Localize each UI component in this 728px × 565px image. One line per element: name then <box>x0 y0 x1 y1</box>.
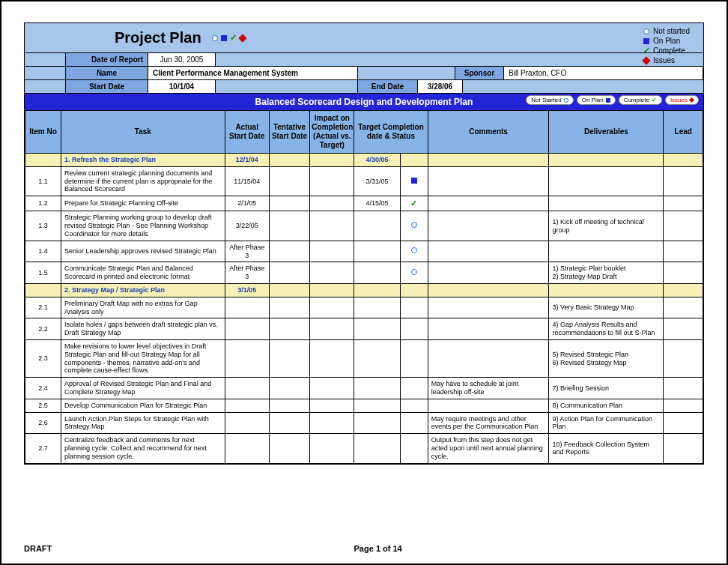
start-label: Start Date <box>66 80 148 93</box>
sponsor-label: Sponsor <box>455 67 504 79</box>
col-item: Item No <box>25 111 61 154</box>
cell-ads: After Phase 3 <box>225 262 269 284</box>
cell-comments: Output from this step does not get acted… <box>428 434 549 463</box>
project-plan-page: Project Plan ✓ Not started On Plan ✓Comp… <box>24 22 704 465</box>
on-plan-icon <box>643 38 649 44</box>
name-label: Name <box>66 67 148 79</box>
cell-impact <box>310 211 354 241</box>
cell-ads: 3/22/05 <box>225 211 269 241</box>
col-deliv: Deliverables <box>549 111 664 154</box>
cell-itemno: 2.7 <box>25 434 61 463</box>
cell-itemno: 2.1 <box>25 297 61 318</box>
cell-lead <box>664 166 703 196</box>
cell-tsd <box>269 412 310 434</box>
table-row: 2.6Launch Action Plan Steps for Strategi… <box>25 412 703 434</box>
cell-lead <box>664 434 703 463</box>
cell-task: Prepare for Strategic Planning Off-site <box>61 196 225 211</box>
pill-issues[interactable]: Issues <box>665 95 699 105</box>
section-name: 2. Strategy Map / Strategic Plan <box>61 283 225 297</box>
cell-task: Launch Action Plan Steps for Strategic P… <box>61 412 225 434</box>
cell-task: Review current strategic planning docume… <box>61 166 225 196</box>
cell-deliv <box>549 241 664 262</box>
section-title: Balanced Scorecard Design and Developmen… <box>255 97 473 107</box>
cell-comments <box>428 339 549 377</box>
section-ads: 12/1/04 <box>225 154 269 167</box>
cell-deliv <box>549 166 664 196</box>
cell-comments <box>428 166 549 196</box>
pill-on-plan[interactable]: On Plan <box>577 95 616 105</box>
cell-itemno: 1.2 <box>25 196 61 211</box>
cell-task: Develop Communication Plan for Strategic… <box>61 399 225 412</box>
col-ads: Actual Start Date <box>225 111 269 154</box>
square-icon <box>221 35 227 41</box>
cell-tsd <box>269 339 310 377</box>
col-impact: Impact on Completion (Actual vs. Target) <box>310 111 354 154</box>
cell-tcd <box>354 378 400 399</box>
section-title-bar: Balanced Scorecard Design and Developmen… <box>25 93 703 110</box>
cell-ads <box>225 339 269 377</box>
cell-tsd <box>269 399 310 412</box>
cell-comments: May have to schedule at joint leadership… <box>428 378 549 399</box>
cell-status <box>400 339 428 377</box>
cell-tsd <box>269 378 310 399</box>
report-row: Date of Report Jun 30, 2005 <box>25 52 703 66</box>
cell-lead <box>664 399 703 412</box>
cell-deliv: 1) Strategic Plan booklet2) Strategy Map… <box>549 262 664 284</box>
cell-status <box>400 262 428 284</box>
section-ads: 3/1/05 <box>225 283 269 297</box>
cell-deliv: 4) Gap Analysis Results and recommendati… <box>549 318 664 340</box>
section-tcd: 4/30/05 <box>354 154 400 167</box>
section-header-row: 1. Refresh the Strategic Plan12/1/044/30… <box>25 154 703 167</box>
section-header-row: 2. Strategy Map / Strategic Plan3/1/05 <box>25 283 703 297</box>
status-not-started-icon <box>411 269 417 275</box>
cell-task: Isolate holes / gaps between draft strat… <box>61 318 225 340</box>
complete-icon: ✓ <box>643 47 650 55</box>
cell-deliv: 5) Revised Strategic Plan6) Revised Stra… <box>549 339 664 377</box>
col-task: Task <box>61 111 225 154</box>
cell-ads: After Phase 3 <box>225 241 269 262</box>
cell-itemno: 2.4 <box>25 378 61 399</box>
cell-lead <box>664 262 703 284</box>
cell-itemno: 1.3 <box>25 211 61 241</box>
cell-deliv: 10) Feedback Collection System and Repor… <box>549 434 664 463</box>
cell-itemno: 1.5 <box>25 262 61 284</box>
cell-ads <box>225 318 269 340</box>
end-value: 3/28/06 <box>418 80 463 93</box>
sponsor-value: Bill Praxton, CFO <box>504 67 703 79</box>
cell-status <box>400 399 428 412</box>
cell-tsd <box>269 434 310 463</box>
cell-deliv: 1) Kick off meeting of technical group <box>549 211 664 241</box>
cell-tcd <box>354 262 400 284</box>
cell-lead <box>664 339 703 377</box>
cell-tsd <box>269 318 310 340</box>
table-row: 2.4Approval of Revised Strategic Plan an… <box>25 378 703 399</box>
cell-impact <box>310 262 354 284</box>
pill-not-started[interactable]: Not Started <box>526 95 573 105</box>
table-row: 1.4Senior Leadership approves revised St… <box>25 241 703 262</box>
cell-task: Strategic Planning working group to deve… <box>61 211 225 241</box>
cell-comments <box>428 399 549 412</box>
legend-issues: Issues <box>653 55 675 65</box>
footer-center: Page 1 of 14 <box>354 544 402 553</box>
name-value: Client Performance Management System <box>148 67 358 79</box>
table-row: 1.2Prepare for Strategic Planning Off-si… <box>25 196 703 211</box>
cell-impact <box>310 196 354 211</box>
cell-tcd <box>354 241 400 262</box>
cell-tcd <box>354 339 400 377</box>
cell-ads <box>225 378 269 399</box>
col-tsd: Tentative Start Date <box>269 111 310 154</box>
table-row: 1.3Strategic Planning working group to d… <box>25 211 703 241</box>
cell-ads: 2/1/05 <box>225 196 269 211</box>
table-row: 1.1Review current strategic planning doc… <box>25 166 703 196</box>
cell-status <box>400 166 428 196</box>
pill-complete[interactable]: Complete✓ <box>619 95 662 105</box>
cell-impact <box>310 241 354 262</box>
issues-icon <box>642 56 650 64</box>
cell-task: Approval of Revised Strategic Plan and F… <box>61 378 225 399</box>
check-icon: ✓ <box>230 33 237 43</box>
cell-deliv <box>549 196 664 211</box>
cell-itemno: 1.1 <box>25 166 61 196</box>
legend-not-started: Not started <box>653 26 690 36</box>
cell-comments <box>428 196 549 211</box>
report-label: Date of Report <box>66 53 148 66</box>
